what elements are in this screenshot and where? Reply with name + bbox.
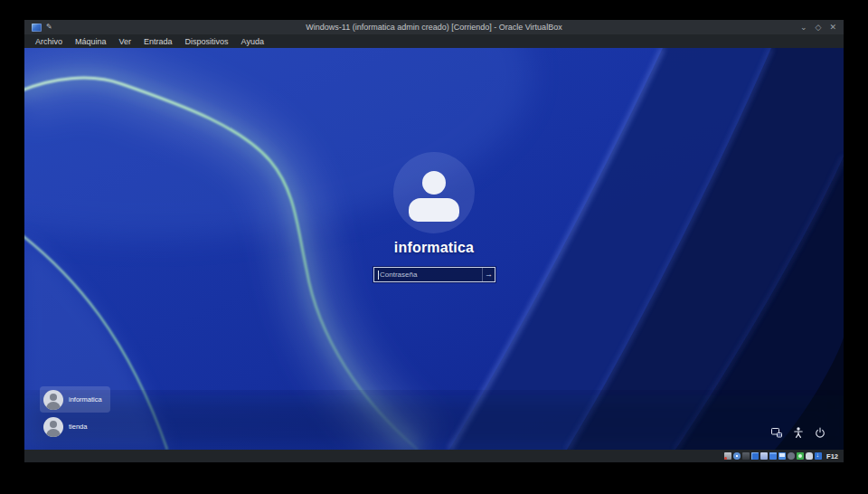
mouse-integration-status-icon[interactable] — [806, 452, 813, 460]
password-box: → — [373, 267, 495, 282]
close-button[interactable]: ✕ — [829, 23, 836, 32]
user-item-informatica[interactable]: informatica — [40, 386, 110, 413]
hard-disks-status-icon[interactable] — [724, 452, 731, 460]
pencil-icon: ✎ — [46, 24, 52, 31]
user-avatar-icon — [43, 390, 63, 410]
menu-ver[interactable]: Ver — [114, 36, 137, 47]
user-item-label: informatica — [69, 395, 102, 404]
user-avatar-icon — [43, 417, 63, 437]
menubar: Archivo Máquina Ver Entrada Dispositivos… — [24, 34, 844, 48]
virtualbox-window: ✎ Windows-11 (informatica admin creado) … — [24, 20, 844, 462]
shared-folders-status-icon[interactable] — [769, 452, 777, 460]
menu-maquina[interactable]: Máquina — [70, 36, 112, 47]
network-button[interactable] — [769, 425, 783, 439]
display-status-icon[interactable] — [778, 452, 786, 460]
user-item-label: tienda — [69, 423, 87, 431]
ease-of-access-icon — [792, 426, 805, 439]
login-quick-actions — [769, 425, 826, 439]
recording-status-icon[interactable] — [788, 452, 795, 460]
submit-password-button[interactable]: → — [482, 268, 495, 281]
virtualbox-vm-icon — [32, 24, 42, 32]
menu-archivo[interactable]: Archivo — [30, 36, 68, 47]
signed-in-username: informatica — [24, 240, 844, 256]
avatar-person-icon — [422, 171, 446, 195]
network-status-icon[interactable] — [751, 452, 759, 460]
user-avatar-large — [393, 152, 475, 233]
menu-entrada[interactable]: Entrada — [138, 36, 178, 47]
window-title: Windows-11 (informatica admin creado) [C… — [140, 23, 728, 32]
menu-dispositivos[interactable]: Dispositivos — [180, 36, 234, 47]
titlebar: ✎ Windows-11 (informatica admin creado) … — [24, 20, 844, 34]
arrow-right-icon: → — [485, 271, 493, 279]
network-icon — [770, 426, 783, 439]
restore-button[interactable]: ◇ — [816, 23, 822, 32]
menu-ayuda[interactable]: Ayuda — [236, 36, 269, 47]
ease-of-access-button[interactable] — [791, 425, 805, 439]
optical-drives-status-icon[interactable] — [733, 452, 741, 460]
screenshot-stage: ✎ Windows-11 (informatica admin creado) … — [0, 0, 868, 494]
password-input[interactable] — [374, 268, 482, 281]
features-status-icon[interactable] — [797, 452, 804, 460]
usb-status-icon[interactable] — [760, 452, 768, 460]
keyboard-status-icon[interactable] — [815, 452, 822, 460]
window-controls: ⌄ ◇ ✕ — [728, 23, 836, 32]
user-list: informatica tienda — [40, 386, 110, 441]
text-caret — [378, 271, 379, 280]
power-icon — [814, 426, 826, 439]
power-button[interactable] — [813, 425, 826, 439]
vm-screen: informatica → informatica — [24, 48, 844, 450]
host-key-label: F12 — [826, 452, 838, 461]
vbox-statusbar: F12 — [24, 450, 844, 462]
audio-status-icon[interactable] — [742, 452, 750, 460]
minimize-button[interactable]: ⌄ — [800, 23, 807, 32]
user-item-tienda[interactable]: tienda — [40, 413, 110, 440]
titlebar-left: ✎ — [32, 24, 140, 32]
